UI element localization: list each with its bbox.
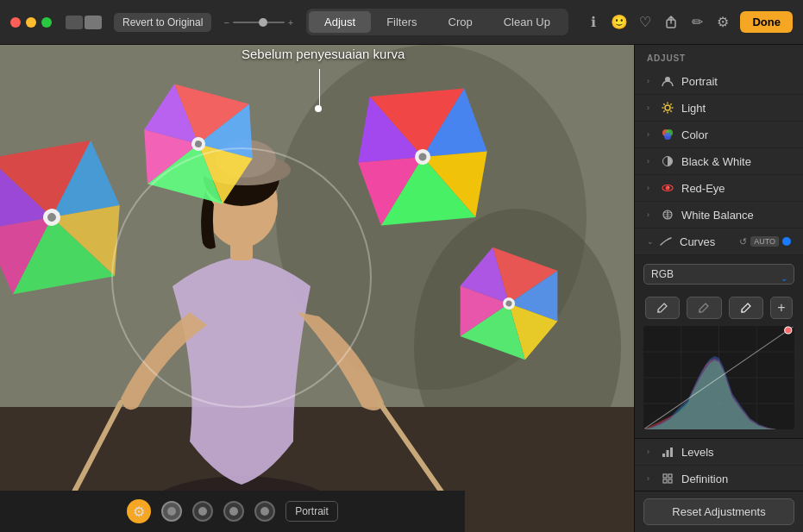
rgb-select[interactable]: RGB Red Green Blue [643,264,794,285]
split-view-btn[interactable] [85,16,102,29]
curves-label: Curves [680,235,739,248]
done-button[interactable]: Done [740,11,793,33]
minimize-button[interactable] [26,17,36,28]
revert-button[interactable]: Revert to Original [114,13,211,32]
redeye-label: Red-Eye [681,182,791,195]
chevron-icon: › [647,130,656,139]
main-content: Sebelum penyesuaian kurva ⚙ Portrait ADJ… [0,45,803,532]
photo-area[interactable]: Sebelum penyesuaian kurva ⚙ Portrait [0,45,634,532]
chevron-icon: › [647,157,656,166]
svg-rect-79 [663,479,667,483]
emoji-icon[interactable]: 🙂 [611,14,628,31]
svg-point-64 [699,310,701,313]
tab-crop[interactable]: Crop [433,11,488,33]
definition-icon [661,472,674,485]
color-icon [661,128,674,141]
svg-rect-76 [667,450,669,457]
redeye-icon [661,181,674,195]
panel-item-curves[interactable]: ⌄ Curves ↺ AUTO [635,228,803,255]
svg-point-45 [665,105,670,110]
levels-icon [661,445,674,459]
chevron-icon: › [647,184,656,192]
titlebar: Revert to Original − + Adjust Filters Cr… [0,0,803,45]
svg-point-56 [664,133,671,140]
callout-line [319,69,320,107]
svg-point-65 [741,310,743,313]
panel-item-redeye[interactable]: › Red-Eye [635,175,803,202]
svg-rect-77 [670,448,673,457]
blackwhite-label: Black & White [681,155,791,168]
tab-cleanup[interactable]: Clean Up [488,11,566,33]
panel-items: › Portrait › Light › Color [635,68,803,491]
circle-icon-btn-2[interactable] [192,501,213,522]
more-icon[interactable]: ⚙ [714,14,731,31]
curves-icon [659,235,673,248]
curves-actions: ↺ AUTO [739,236,791,247]
circle-icon-btn-1[interactable] [161,501,182,522]
right-panel: ADJUST › Portrait › Light › [634,45,803,532]
svg-rect-75 [662,454,665,457]
zoom-slider[interactable]: − + [223,17,293,28]
heart-icon[interactable]: ♡ [637,14,654,31]
chevron-icon: › [647,210,656,219]
curves-section: RGB Red Green Blue ⌄ [635,255,803,439]
single-view-btn[interactable] [66,16,83,29]
svg-rect-81 [668,479,672,483]
light-icon [661,101,674,115]
svg-line-52 [670,103,671,104]
shadow-eyedropper[interactable] [645,297,680,319]
panel-item-definition[interactable]: › Definition [635,466,803,491]
rgb-select-wrapper: RGB Red Green Blue ⌄ [643,264,794,291]
definition-label: Definition [681,473,791,485]
callout-dot [315,105,322,112]
whitebalance-icon [661,208,674,222]
panel-item-light[interactable]: › Light [635,95,803,122]
close-button[interactable] [10,17,21,28]
tab-adjust[interactable]: Adjust [309,11,371,33]
curves-graph[interactable] [643,326,794,429]
levels-label: Levels [681,446,791,459]
titlebar-right: ℹ 🙂 ♡ ✏ ⚙ Done [585,11,793,33]
curves-undo-btn[interactable]: ↺ [739,236,747,247]
chevron-icon: › [647,448,656,456]
svg-point-59 [666,186,670,191]
panel-item-blackwhite[interactable]: › Black & White [635,148,803,175]
panel-item-color[interactable]: › Color [635,122,803,148]
chevron-down-icon: ⌄ [647,237,654,246]
window-controls [10,17,52,28]
midtone-eyedropper[interactable] [687,297,721,319]
panel-bottom: Reset Adjustments [635,491,803,532]
photo-image [0,45,634,532]
reset-adjustments-button[interactable]: Reset Adjustments [643,498,794,525]
callout-text: Sebelum penyesuaian kurva [242,47,405,61]
svg-rect-78 [663,474,667,478]
svg-line-53 [663,110,664,111]
bottom-toolbar: ⚙ Portrait [0,491,465,532]
add-point-button[interactable]: + [770,297,793,319]
chevron-icon: › [647,474,656,483]
svg-line-50 [663,103,664,104]
highlight-eyedropper[interactable] [729,297,763,319]
panel-item-whitebalance[interactable]: › White Balance [635,202,803,228]
info-icon[interactable]: ℹ [585,14,602,31]
star-icon-btn[interactable]: ⚙ [127,499,151,523]
maximize-button[interactable] [41,17,52,28]
color-label: Color [681,128,791,141]
panel-item-levels[interactable]: › Levels [635,439,803,466]
share-icon[interactable] [662,14,680,31]
circle-icon-btn-4[interactable] [254,501,275,522]
light-label: Light [681,102,791,115]
curves-active-indicator [782,237,791,246]
portrait-icon [661,74,674,88]
chevron-icon: › [647,103,656,112]
curves-auto-badge[interactable]: AUTO [750,236,779,247]
panel-header: ADJUST [635,45,803,68]
edit-icon[interactable]: ✏ [688,14,706,31]
panel-item-portrait[interactable]: › Portrait [635,68,803,95]
portrait-button[interactable]: Portrait [285,501,338,522]
circle-icon-btn-3[interactable] [223,501,244,522]
whitebalance-label: White Balance [681,209,791,222]
tab-filters[interactable]: Filters [371,11,432,33]
eyedropper-row: + [643,297,794,319]
portrait-label: Portrait [681,75,791,88]
